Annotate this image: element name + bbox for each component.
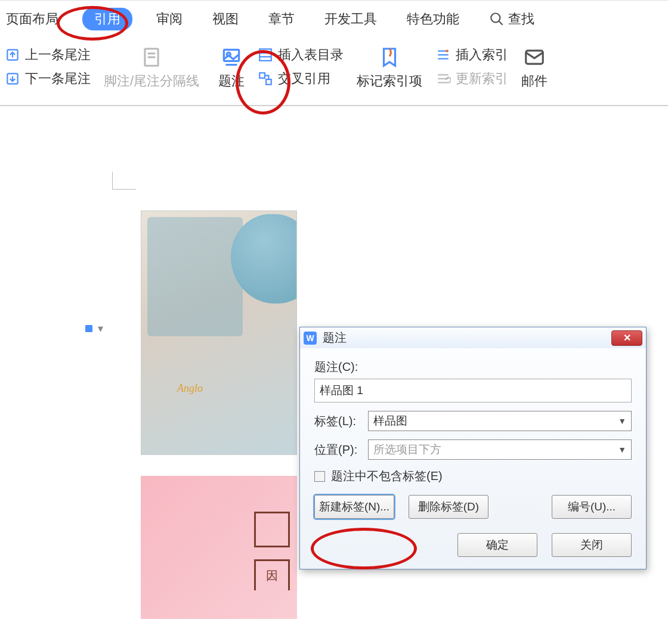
position-select: 所选项目下方 ▼ [368,439,632,460]
decorative-box-2: 因 [254,559,290,590]
next-endnote-icon [5,71,20,86]
tab-review[interactable]: 审阅 [150,8,188,30]
chevron-down-icon: ▼ [618,416,626,426]
close-button[interactable]: ✕ [611,330,642,346]
next-endnote-button[interactable]: 下一条尾注 [5,70,91,88]
tab-layout[interactable]: 页面布局 [0,8,64,30]
label-select[interactable]: 样品图 ▼ [368,411,632,431]
mark-index-label: 标记索引项 [357,72,422,90]
svg-rect-14 [266,79,271,85]
caption-field-label: 题注(C): [314,359,362,375]
document-image[interactable]: Anglo [141,210,297,455]
checkbox-icon [314,471,325,482]
tab-section[interactable]: 章节 [262,8,301,30]
caption-label: 题注 [218,72,245,90]
table-list-icon [258,47,273,63]
prev-endnote-icon [5,47,20,63]
new-label-button[interactable]: 新建标签(N)... [314,495,394,519]
svg-point-18 [446,49,448,52]
insert-index-button[interactable]: 插入索引 [435,46,508,64]
insert-table-list-label: 插入表目录 [278,46,344,64]
tab-view[interactable]: 视图 [206,8,245,30]
mail-icon [523,46,546,69]
mark-index-icon [378,46,401,69]
cross-ref-label: 交叉引用 [278,70,330,88]
cross-ref-button[interactable]: 交叉引用 [258,70,344,88]
page-corner-mark [112,172,136,190]
position-field-label: 位置(P): [314,442,362,458]
delete-label-button[interactable]: 删除标签(D) [409,495,488,519]
caption-button[interactable]: 题注 [212,46,250,90]
image-anchor-handle[interactable]: ▾ [84,322,103,335]
tab-features[interactable]: 特色功能 [401,8,465,30]
decorative-box [254,512,290,547]
position-select-value: 所选项目下方 [373,442,441,457]
mark-index-button[interactable]: 标记索引项 [351,46,428,90]
tab-search-label: 查找 [508,10,534,28]
main-tabs: 页面布局 引用 审阅 视图 章节 开发工具 特色功能 查找 [0,0,668,39]
update-index-button: 更新索引 [435,70,508,88]
footnote-separator-button: 脚注/尾注分隔线 [98,46,205,90]
dialog-body: 题注(C): 样品图 1 标签(L): 样品图 ▼ 位置(P): 所选项目下方 … [300,348,646,569]
search-icon [489,11,505,27]
numbering-button[interactable]: 编号(U)... [552,495,632,519]
insert-table-list-button[interactable]: 插入表目录 [258,46,344,64]
label-select-value: 样品图 [373,413,407,429]
prev-endnote-label: 上一条尾注 [25,46,91,64]
svg-point-0 [491,13,500,22]
update-index-icon [435,71,451,86]
document-image-2[interactable]: 因 [141,476,297,619]
prev-endnote-button[interactable]: 上一条尾注 [5,46,91,64]
caption-dialog: W 题注 ✕ 题注(C): 样品图 1 标签(L): 样品图 ▼ 位置(P): [299,327,647,569]
update-index-label: 更新索引 [456,70,508,88]
exclude-label-text: 题注中不包含标签(E) [331,468,443,484]
tab-devtools[interactable]: 开发工具 [318,8,383,30]
ribbon-toolbar: 上一条尾注 下一条尾注 脚注/尾注分隔线 题注 插入表目录 [0,39,668,106]
ok-button[interactable]: 确定 [457,533,537,557]
label-field-label: 标签(L): [314,413,362,429]
document-canvas: ▾ Anglo 因 W 题注 ✕ 题注(C): 样品图 1 标签(L): 样品图 [0,106,668,625]
tab-reference[interactable]: 引用 [82,8,132,30]
footnote-sep-label: 脚注/尾注分隔线 [104,72,199,90]
wps-icon: W [304,332,317,345]
mail-button[interactable]: 邮件 [515,46,553,90]
separator-icon [140,46,163,69]
tab-search[interactable]: 查找 [483,8,540,30]
chevron-down-icon: ▼ [618,445,626,454]
svg-rect-13 [259,73,265,78]
caption-input[interactable]: 样品图 1 [314,379,632,402]
insert-index-icon [435,47,451,63]
mail-label: 邮件 [521,72,548,90]
caption-icon [220,46,243,69]
close-icon: ✕ [623,332,631,343]
dialog-titlebar[interactable]: W 题注 ✕ [300,327,646,348]
next-endnote-label: 下一条尾注 [25,70,91,88]
insert-index-label: 插入索引 [456,46,508,64]
close-dialog-button[interactable]: 关闭 [552,533,632,557]
exclude-label-checkbox[interactable]: 题注中不包含标签(E) [314,468,632,484]
svg-rect-10 [259,49,271,61]
svg-rect-23 [85,325,92,332]
image-watermark: Anglo [177,382,203,395]
cross-ref-icon [258,71,273,86]
svg-line-1 [499,21,503,25]
chevron-down-icon: ▾ [98,322,103,335]
dialog-title: 题注 [323,330,605,346]
